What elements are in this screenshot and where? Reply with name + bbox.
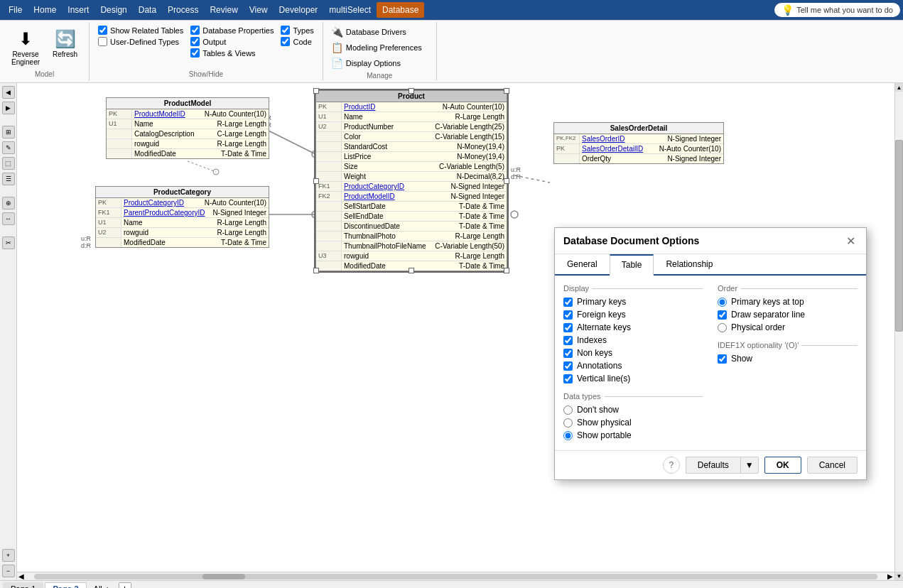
chk-annotations[interactable]: Annotations (563, 359, 703, 372)
dialog-order-col: Order Primary keys at top Draw separator… (718, 284, 858, 442)
dialog-defaults-arrow[interactable]: ▼ (740, 457, 759, 474)
dialog-close-btn[interactable]: ✕ (843, 234, 858, 248)
display-group-title: Display (563, 284, 703, 293)
radio-show-portable[interactable]: Show portable (563, 429, 703, 442)
chk-indexes[interactable]: Indexes (563, 334, 703, 347)
idef-title: IDEF1X optionality '(O)' (718, 341, 858, 349)
order-group-title: Order (718, 284, 858, 293)
radio-show-physical[interactable]: Show physical (563, 416, 703, 429)
chk-idef-show[interactable]: Show (718, 352, 858, 365)
dialog-tab-table[interactable]: Table (610, 254, 654, 276)
dialog-cancel-btn[interactable]: Cancel (807, 457, 858, 474)
dialog-tabs: General Table Relationship (555, 254, 866, 276)
dialog-overlay: Database Document Options ✕ General Tabl… (0, 0, 903, 588)
dialog-titlebar: Database Document Options ✕ (555, 228, 866, 254)
dialog-defaults-btn[interactable]: Defaults (686, 457, 740, 474)
dialog-ok-btn[interactable]: OK (764, 457, 801, 474)
radio-pk-at-top[interactable]: Primary keys at top (718, 295, 858, 308)
dialog-tab-general[interactable]: General (555, 254, 610, 274)
chk-foreign-keys[interactable]: Foreign keys (563, 308, 703, 321)
radio-physical-order[interactable]: Physical order (718, 321, 858, 334)
chk-draw-separator[interactable]: Draw separator line (718, 308, 858, 321)
data-types-title: Data types (563, 392, 703, 401)
dialog-section-main: Display Primary keys Foreign keys Altern… (563, 284, 858, 442)
dialog-body: Display Primary keys Foreign keys Altern… (555, 276, 866, 450)
dialog-database-document-options: Database Document Options ✕ General Tabl… (554, 227, 867, 480)
chk-vertical-lines[interactable]: Vertical line(s) (563, 372, 703, 385)
chk-non-keys[interactable]: Non keys (563, 347, 703, 359)
chk-alternate-keys[interactable]: Alternate keys (563, 321, 703, 334)
dialog-help-btn[interactable]: ? (663, 457, 680, 474)
dialog-defaults-group: Defaults ▼ (686, 457, 759, 474)
radio-dont-show[interactable]: Don't show (563, 403, 703, 416)
dialog-footer: ? Defaults ▼ OK Cancel (555, 450, 866, 479)
chk-primary-keys[interactable]: Primary keys (563, 295, 703, 308)
dialog-title: Database Document Options (563, 235, 699, 246)
dialog-display-col: Display Primary keys Foreign keys Altern… (563, 284, 703, 442)
dialog-tab-relationship[interactable]: Relationship (654, 254, 725, 274)
